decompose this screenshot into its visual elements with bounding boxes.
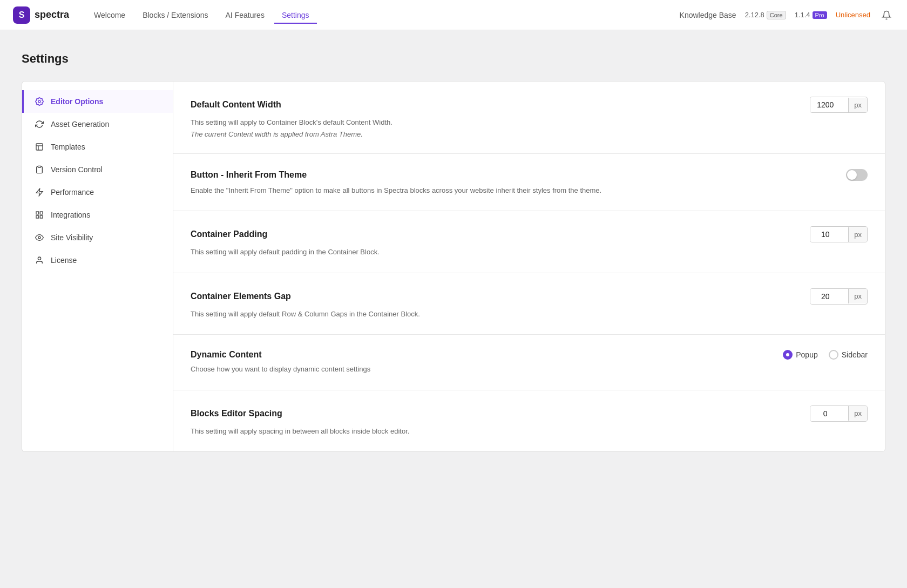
setting-label-blocks-editor-spacing: Blocks Editor Spacing <box>191 409 282 418</box>
nav-settings[interactable]: Settings <box>274 6 317 24</box>
unlicensed-label: Unlicensed <box>836 11 870 19</box>
version-pro-badge: 1.1.4 Pro <box>795 11 827 19</box>
sidebar-label-asset-generation: Asset Generation <box>51 120 109 129</box>
setting-row-header-button-inherit: Button - Inherit From Theme <box>191 169 868 181</box>
svg-rect-1 <box>36 144 43 150</box>
setting-row-header-dynamic-content: Dynamic Content Popup Sidebar <box>191 350 868 360</box>
sidebar-label-templates: Templates <box>51 143 85 151</box>
pro-badge: Pro <box>813 11 827 19</box>
sidebar-radio-label: Sidebar <box>842 350 868 359</box>
nav-blocks-extensions[interactable]: Blocks / Extensions <box>135 6 215 24</box>
popup-radio-circle <box>783 350 793 360</box>
knowledge-base-link[interactable]: Knowledge Base <box>680 11 736 19</box>
topnav-right: Knowledge Base 2.12.8 Core 1.1.4 Pro Unl… <box>680 8 894 23</box>
setting-desc-default-content-width: This setting will apply to Container Blo… <box>191 117 868 128</box>
refresh-icon <box>35 119 44 129</box>
sidebar-label-license: License <box>51 256 77 265</box>
default-content-width-input[interactable] <box>810 97 848 112</box>
setting-row-blocks-editor-spacing: Blocks Editor Spacing px This setting wi… <box>173 390 885 452</box>
sidebar-label-performance: Performance <box>51 188 94 197</box>
setting-row-container-padding: Container Padding px This setting will a… <box>173 211 885 273</box>
logo-name: spectra <box>35 9 69 21</box>
setting-label-button-inherit: Button - Inherit From Theme <box>191 170 307 180</box>
eye-icon <box>35 233 44 242</box>
svg-rect-9 <box>36 215 39 218</box>
blocks-editor-spacing-input[interactable] <box>810 406 848 421</box>
nav-ai-features[interactable]: AI Features <box>218 6 272 24</box>
setting-row-header-container-elements-gap: Container Elements Gap px <box>191 288 868 305</box>
svg-rect-8 <box>40 215 43 218</box>
container-elements-gap-input-wrap: px <box>810 288 868 305</box>
default-content-width-unit: px <box>848 98 867 112</box>
sidebar-label-version-control: Version Control <box>51 165 103 174</box>
setting-row-header-container-padding: Container Padding px <box>191 226 868 242</box>
page-wrap: Settings Editor Options <box>0 30 907 474</box>
setting-row-header-blocks-editor-spacing: Blocks Editor Spacing px <box>191 405 868 422</box>
settings-main: Default Content Width px This setting wi… <box>173 81 885 452</box>
person-icon <box>35 255 44 265</box>
container-padding-unit: px <box>848 227 867 242</box>
core-badge: Core <box>767 11 786 19</box>
setting-label-dynamic-content: Dynamic Content <box>191 350 262 360</box>
topnav-links: Welcome Blocks / Extensions AI Features … <box>86 6 680 24</box>
lightning-icon <box>35 187 44 197</box>
setting-desc-button-inherit: Enable the "Inherit From Theme" option t… <box>191 185 868 196</box>
template-icon <box>35 142 44 152</box>
button-inherit-toggle[interactable] <box>846 169 868 181</box>
nav-welcome[interactable]: Welcome <box>86 6 133 24</box>
grid-icon <box>35 210 44 220</box>
setting-row-button-inherit: Button - Inherit From Theme Enable the "… <box>173 154 885 212</box>
settings-layout: Editor Options Asset Generation <box>22 81 885 452</box>
sidebar-item-performance[interactable]: Performance <box>22 181 173 204</box>
sidebar-item-editor-options[interactable]: Editor Options <box>22 90 173 113</box>
sidebar-label-editor-options: Editor Options <box>51 97 103 106</box>
clipboard-icon <box>35 165 44 174</box>
notifications-icon[interactable] <box>879 8 894 23</box>
gear-icon <box>35 97 44 106</box>
setting-desc-dynamic-content: Choose how you want to display dynamic c… <box>191 364 868 375</box>
toggle-thumb <box>847 170 857 180</box>
dynamic-content-sidebar-option[interactable]: Sidebar <box>829 350 868 360</box>
container-padding-input[interactable] <box>810 227 848 242</box>
svg-point-11 <box>38 257 40 260</box>
setting-desc-container-padding: This setting will apply default padding … <box>191 247 868 258</box>
setting-row-container-elements-gap: Container Elements Gap px This setting w… <box>173 273 885 335</box>
container-elements-gap-input[interactable] <box>810 289 848 304</box>
setting-row-dynamic-content: Dynamic Content Popup Sidebar Choose how… <box>173 335 885 390</box>
setting-row-header: Default Content Width px <box>191 97 868 113</box>
sidebar-item-site-visibility[interactable]: Site Visibility <box>22 226 173 249</box>
settings-sidebar: Editor Options Asset Generation <box>22 81 173 452</box>
setting-label-container-padding: Container Padding <box>191 229 267 239</box>
blocks-editor-spacing-input-wrap: px <box>810 405 868 422</box>
svg-rect-6 <box>36 212 39 214</box>
logo[interactable]: S spectra <box>13 6 69 24</box>
container-elements-gap-unit: px <box>848 289 867 303</box>
svg-marker-5 <box>36 188 43 195</box>
svg-rect-7 <box>40 212 43 214</box>
dynamic-content-radio-group: Popup Sidebar <box>783 350 868 360</box>
setting-desc2-default-content-width: The current Content width is applied fro… <box>191 130 868 138</box>
sidebar-radio-circle <box>829 350 838 360</box>
sidebar-label-integrations: Integrations <box>51 211 90 219</box>
container-padding-input-wrap: px <box>810 226 868 242</box>
dynamic-content-popup-option[interactable]: Popup <box>783 350 817 360</box>
blocks-editor-spacing-unit: px <box>848 406 867 421</box>
sidebar-item-version-control[interactable]: Version Control <box>22 158 173 181</box>
sidebar-label-site-visibility: Site Visibility <box>51 233 93 242</box>
popup-radio-label: Popup <box>796 350 817 359</box>
page-title: Settings <box>22 52 885 66</box>
sidebar-item-templates[interactable]: Templates <box>22 136 173 158</box>
setting-row-default-content-width: Default Content Width px This setting wi… <box>173 82 885 154</box>
setting-label-container-elements-gap: Container Elements Gap <box>191 292 291 301</box>
sidebar-item-integrations[interactable]: Integrations <box>22 204 173 226</box>
svg-point-0 <box>38 100 40 103</box>
setting-desc-container-elements-gap: This setting will apply default Row & Co… <box>191 309 868 320</box>
topnav: S spectra Welcome Blocks / Extensions AI… <box>0 0 907 30</box>
sidebar-item-license[interactable]: License <box>22 249 173 272</box>
svg-point-10 <box>38 236 40 239</box>
sidebar-item-asset-generation[interactable]: Asset Generation <box>22 113 173 136</box>
setting-label-default-content-width: Default Content Width <box>191 100 281 110</box>
svg-rect-4 <box>38 166 40 167</box>
logo-icon: S <box>13 6 30 24</box>
version-core-badge: 2.12.8 Core <box>745 11 786 19</box>
